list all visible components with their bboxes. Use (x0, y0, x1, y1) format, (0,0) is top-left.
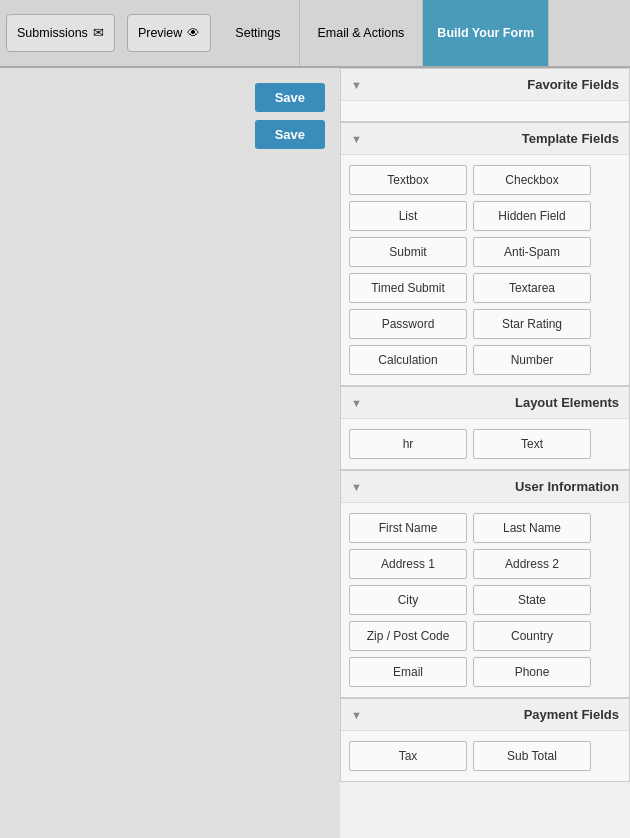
field-btn-country[interactable]: Country (473, 621, 591, 651)
field-btn-last-name[interactable]: Last Name (473, 513, 591, 543)
main-content: Save Save ▼ Favorite Fields ▼ Template F… (0, 68, 630, 838)
left-panel: Save Save (0, 68, 340, 838)
field-btn-hidden-field[interactable]: Hidden Field (473, 201, 591, 231)
tab-email-actions[interactable]: Email & Actions (300, 0, 424, 66)
field-btn-number[interactable]: Number (473, 345, 591, 375)
field-btn-address-2[interactable]: Address 2 (473, 549, 591, 579)
tab-email-actions-label: Email & Actions (318, 25, 405, 41)
section-payment-fields: ▼ Payment Fields TaxSub Total (340, 698, 630, 782)
section-layout-elements-header[interactable]: ▼ Layout Elements (341, 387, 629, 419)
template-fields-body: TextboxCheckboxListHidden FieldSubmitAnt… (341, 155, 629, 385)
field-btn-textbox[interactable]: Textbox (349, 165, 467, 195)
payment-fields-body: TaxSub Total (341, 731, 629, 781)
field-btn-checkbox[interactable]: Checkbox (473, 165, 591, 195)
section-favorite-fields: ▼ Favorite Fields (340, 68, 630, 122)
layout-elements-arrow: ▼ (351, 397, 362, 409)
layout-elements-body: hrText (341, 419, 629, 469)
field-btn-address-1[interactable]: Address 1 (349, 549, 467, 579)
section-payment-fields-header[interactable]: ▼ Payment Fields (341, 699, 629, 731)
section-layout-elements: ▼ Layout Elements hrText (340, 386, 630, 470)
tab-settings[interactable]: Settings (217, 0, 299, 66)
section-template-fields-header[interactable]: ▼ Template Fields (341, 123, 629, 155)
field-btn-textarea[interactable]: Textarea (473, 273, 591, 303)
field-btn-list[interactable]: List (349, 201, 467, 231)
save-button-bottom[interactable]: Save (255, 120, 325, 149)
template-fields-title: Template Fields (522, 131, 619, 146)
template-fields-arrow: ▼ (351, 133, 362, 145)
field-btn-tax[interactable]: Tax (349, 741, 467, 771)
field-btn-email[interactable]: Email (349, 657, 467, 687)
save-button-top[interactable]: Save (255, 83, 325, 112)
payment-fields-title: Payment Fields (524, 707, 619, 722)
field-btn-sub-total[interactable]: Sub Total (473, 741, 591, 771)
field-btn-timed-submit[interactable]: Timed Submit (349, 273, 467, 303)
user-information-title: User Information (515, 479, 619, 494)
section-user-information-header[interactable]: ▼ User Information (341, 471, 629, 503)
layout-elements-title: Layout Elements (515, 395, 619, 410)
tab-settings-label: Settings (235, 25, 280, 41)
user-information-body: First NameLast NameAddress 1Address 2Cit… (341, 503, 629, 697)
field-btn-password[interactable]: Password (349, 309, 467, 339)
favorite-fields-title: Favorite Fields (527, 77, 619, 92)
favorite-fields-body (341, 101, 629, 121)
field-btn-phone[interactable]: Phone (473, 657, 591, 687)
user-information-arrow: ▼ (351, 481, 362, 493)
field-btn-hr[interactable]: hr (349, 429, 467, 459)
field-btn-state[interactable]: State (473, 585, 591, 615)
preview-icon: 👁 (187, 25, 200, 41)
field-btn-text[interactable]: Text (473, 429, 591, 459)
submissions-icon: ✉ (93, 25, 104, 41)
section-user-information: ▼ User Information First NameLast NameAd… (340, 470, 630, 698)
field-btn-calculation[interactable]: Calculation (349, 345, 467, 375)
tab-preview[interactable]: Preview 👁 (127, 14, 211, 52)
payment-fields-arrow: ▼ (351, 709, 362, 721)
top-navigation: Submissions ✉ Preview 👁 Settings Email &… (0, 0, 630, 68)
tab-submissions-label: Submissions (17, 25, 88, 41)
favorite-fields-arrow: ▼ (351, 79, 362, 91)
field-btn-city[interactable]: City (349, 585, 467, 615)
tab-preview-label: Preview (138, 25, 182, 41)
field-btn-anti-spam[interactable]: Anti-Spam (473, 237, 591, 267)
field-btn-zip--post-code[interactable]: Zip / Post Code (349, 621, 467, 651)
right-panel: ▼ Favorite Fields ▼ Template Fields Text… (340, 68, 630, 838)
section-template-fields: ▼ Template Fields TextboxCheckboxListHid… (340, 122, 630, 386)
tab-submissions[interactable]: Submissions ✉ (6, 14, 115, 52)
field-btn-first-name[interactable]: First Name (349, 513, 467, 543)
field-btn-submit[interactable]: Submit (349, 237, 467, 267)
tab-build-your-form-label: Build Your Form (437, 25, 534, 41)
field-btn-star-rating[interactable]: Star Rating (473, 309, 591, 339)
section-favorite-fields-header[interactable]: ▼ Favorite Fields (341, 69, 629, 101)
tab-build-your-form[interactable]: Build Your Form (423, 0, 549, 66)
